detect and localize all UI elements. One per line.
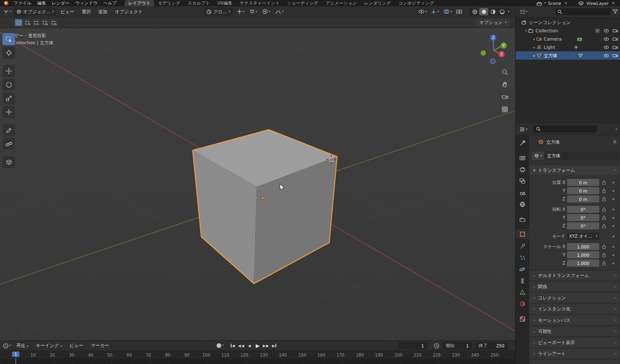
blender-logo-icon[interactable] bbox=[2, 0, 11, 6]
workspace-tab-compositing[interactable]: コンポジティング bbox=[395, 0, 438, 6]
playback-menu[interactable]: 再生 ▾ bbox=[13, 342, 32, 349]
location-z-input[interactable]: 0 m bbox=[567, 195, 599, 202]
menu-add[interactable]: 追加 bbox=[95, 9, 111, 15]
proportional-falloff-button[interactable]: ▾ bbox=[274, 8, 285, 15]
lock-icon[interactable] bbox=[602, 197, 606, 202]
animate-dot[interactable] bbox=[613, 198, 614, 200]
shading-rendered-button[interactable] bbox=[497, 8, 507, 15]
animate-dot[interactable] bbox=[613, 246, 614, 248]
marker-menu[interactable]: マーカー bbox=[87, 342, 113, 349]
viewport-scene[interactable] bbox=[0, 28, 515, 340]
view-menu[interactable]: ビュー bbox=[66, 342, 87, 349]
workspace-tab-modeling[interactable]: モデリング bbox=[154, 0, 184, 6]
disable-render-camera-icon[interactable] bbox=[613, 29, 618, 33]
shading-material-button[interactable] bbox=[488, 8, 497, 15]
annotate-tool[interactable] bbox=[2, 124, 15, 136]
lock-icon[interactable] bbox=[602, 215, 606, 220]
lock-icon[interactable] bbox=[602, 224, 606, 229]
outliner-editor-type-button[interactable]: ▾ bbox=[518, 8, 529, 15]
rotation-z-input[interactable]: 0° bbox=[567, 222, 599, 229]
tab-tool[interactable] bbox=[517, 138, 527, 148]
section-instancing[interactable]: ›インスタンス化≡ bbox=[530, 304, 620, 313]
pin-icon[interactable] bbox=[613, 140, 617, 145]
transform-panel-header[interactable]: ▾ トランスフォーム ≡ bbox=[530, 166, 620, 175]
timeline-ruler[interactable]: 10 20 30 40 50 60 70 80 90 100 110 120 1… bbox=[0, 351, 515, 364]
rotation-x-input[interactable]: 0° bbox=[567, 206, 599, 213]
lock-icon[interactable] bbox=[602, 253, 606, 258]
workspace-tab-shading[interactable]: シェーディング bbox=[284, 0, 322, 6]
animate-dot[interactable] bbox=[613, 225, 614, 227]
section-viewport-display[interactable]: ›ビューポート表示≡ bbox=[530, 338, 620, 347]
auto-keying-button[interactable]: ▾ bbox=[215, 342, 225, 349]
properties-editor-type-button[interactable]: ▾ bbox=[518, 126, 529, 133]
prev-keyframe-button[interactable]: ◀◀ bbox=[237, 343, 245, 349]
workspace-tab-texturepaint[interactable]: テクスチャペイント bbox=[236, 0, 284, 6]
object-name-field[interactable]: ▾ 立方体 bbox=[532, 152, 619, 160]
tab-modifiers[interactable] bbox=[517, 241, 527, 251]
panel-grip-icon[interactable]: ≡ bbox=[613, 168, 617, 172]
workspace-tab-animation[interactable]: アニメーション bbox=[322, 0, 361, 6]
light-data-icon[interactable] bbox=[574, 45, 579, 50]
move-tool[interactable] bbox=[2, 65, 15, 77]
scale-tool[interactable] bbox=[2, 92, 15, 104]
scale-y-input[interactable]: 1.000 bbox=[567, 251, 599, 258]
scale-z-input[interactable]: 1.000 bbox=[567, 260, 599, 267]
show-object-types-button[interactable]: ▾ bbox=[417, 9, 428, 14]
workspace-tab-sculpting[interactable]: スカルプト bbox=[184, 0, 214, 6]
animate-dot[interactable] bbox=[613, 217, 614, 219]
frame-end-input[interactable]: 終了250 bbox=[475, 342, 508, 350]
menu-view[interactable]: ビュー bbox=[57, 9, 78, 15]
hide-eye-icon[interactable] bbox=[603, 37, 609, 41]
outliner-row-camera[interactable]: ▸ Camera bbox=[516, 35, 620, 43]
hide-eye-icon[interactable] bbox=[603, 54, 609, 58]
select-mode-new-button[interactable] bbox=[15, 19, 22, 26]
menu-edit[interactable]: 編集 bbox=[34, 0, 49, 6]
tab-material[interactable] bbox=[517, 299, 527, 309]
xray-toggle-button[interactable] bbox=[455, 8, 463, 15]
editor-type-button[interactable]: ▾ bbox=[2, 8, 13, 15]
animate-dot[interactable] bbox=[613, 263, 614, 264]
lock-icon[interactable] bbox=[602, 207, 606, 212]
play-button[interactable]: ▶ bbox=[254, 343, 262, 349]
tab-object[interactable] bbox=[516, 229, 529, 239]
location-x-input[interactable]: 0 m bbox=[567, 179, 599, 186]
workspace-tab-rendering[interactable]: レンダリング bbox=[360, 0, 394, 6]
tab-view-layer[interactable] bbox=[517, 176, 527, 186]
properties-search-input[interactable] bbox=[534, 125, 597, 133]
section-line-art[interactable]: ›ラインアート≡ bbox=[530, 349, 620, 358]
prev-frame-button[interactable]: ◀ bbox=[246, 343, 253, 349]
select-mode-invert-button[interactable]: × bbox=[41, 19, 48, 26]
use-preview-range-icon[interactable] bbox=[434, 343, 439, 349]
menu-window[interactable]: ウィンドウ bbox=[72, 0, 101, 6]
ortho-grid-icon[interactable] bbox=[499, 104, 510, 115]
camera-data-icon[interactable] bbox=[577, 37, 582, 41]
cube-object[interactable] bbox=[193, 130, 337, 284]
outliner-row-scene-collection[interactable]: シーンコレクション bbox=[516, 18, 620, 27]
section-header-partial[interactable] bbox=[530, 360, 620, 364]
hide-eye-icon[interactable] bbox=[603, 29, 609, 33]
tab-output[interactable] bbox=[517, 164, 527, 174]
animate-dot[interactable] bbox=[613, 190, 614, 192]
outliner-row-light[interactable]: ▸ Light bbox=[516, 43, 620, 51]
measure-tool[interactable] bbox=[2, 138, 15, 150]
section-motion-paths[interactable]: ›モーションパス≡ bbox=[530, 316, 620, 325]
tab-particles[interactable] bbox=[517, 253, 527, 263]
snap-magnet-button[interactable]: ▾ bbox=[248, 8, 258, 15]
scene-name[interactable]: Scene bbox=[548, 1, 561, 6]
scale-x-input[interactable]: 1.000 bbox=[567, 243, 599, 250]
expand-arrow-icon[interactable]: ▸ bbox=[532, 54, 536, 58]
animate-dot[interactable] bbox=[613, 236, 614, 237]
menu-render[interactable]: レンダー bbox=[49, 0, 72, 6]
lock-icon[interactable] bbox=[602, 244, 606, 249]
disable-render-camera-icon[interactable] bbox=[613, 45, 618, 49]
select-mode-extend-button[interactable]: + bbox=[24, 19, 31, 26]
shading-solid-button[interactable] bbox=[479, 8, 488, 15]
hide-eye-icon[interactable] bbox=[603, 46, 609, 49]
section-relations[interactable]: ›関係≡ bbox=[530, 282, 620, 291]
expand-arrow-icon[interactable]: ▸ bbox=[532, 46, 536, 49]
workspace-tab-layout[interactable]: レイアウト bbox=[125, 0, 154, 6]
lock-icon[interactable] bbox=[602, 188, 606, 193]
disable-render-camera-icon[interactable] bbox=[613, 37, 618, 41]
disable-render-camera-icon[interactable] bbox=[613, 53, 618, 58]
location-y-input[interactable]: 0 m bbox=[567, 187, 599, 194]
